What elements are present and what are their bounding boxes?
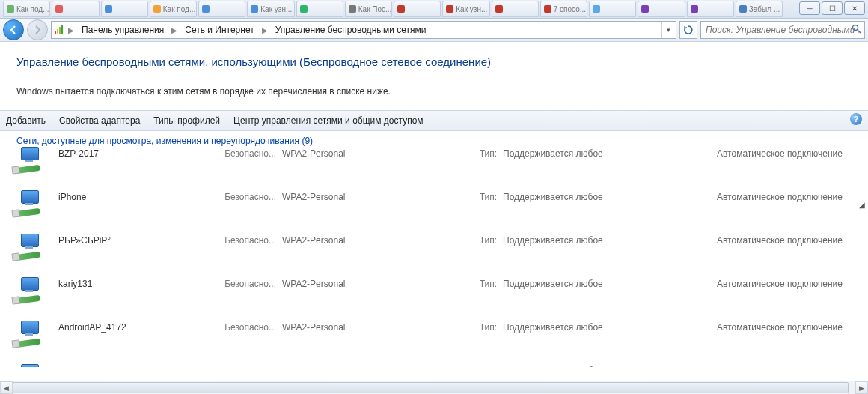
connection-mode: Автоматическое подключение — [702, 234, 864, 246]
security-value: WPA2-Personal — [279, 364, 474, 367]
security-label: Безопасно... — [219, 321, 279, 333]
adapter-properties-button[interactable]: Свойства адаптера — [59, 114, 140, 127]
browser-tab[interactable] — [638, 1, 685, 17]
svg-rect-0 — [55, 31, 56, 34]
page-description: Windows пытается подключаться к этим сет… — [16, 86, 852, 97]
browser-tab[interactable] — [296, 1, 343, 17]
browser-tab[interactable]: Как узн... — [442, 1, 489, 17]
network-icon — [13, 321, 42, 348]
type-label: Тип: — [474, 147, 500, 159]
refresh-button[interactable] — [679, 21, 697, 39]
tab-favicon — [397, 5, 405, 13]
tab-label: Забыл ... — [749, 5, 780, 13]
browser-tab[interactable] — [52, 1, 99, 17]
help-icon[interactable]: ? — [850, 113, 862, 125]
scroll-up-marker: ◢ — [859, 201, 865, 209]
browser-tab[interactable] — [101, 1, 148, 17]
network-center-button[interactable]: Центр управления сетями и общим доступом — [233, 114, 424, 127]
network-row[interactable]: AndroidAP_4172Безопасно...WPA2-PersonalТ… — [0, 316, 864, 360]
wifi-bars-icon — [53, 24, 65, 36]
tab-favicon — [641, 5, 649, 13]
scroll-thumb[interactable] — [13, 382, 849, 393]
back-button[interactable] — [3, 19, 24, 40]
tab-favicon — [691, 5, 698, 13]
scroll-right-arrow[interactable]: ▶ — [855, 381, 868, 394]
svg-rect-3 — [61, 25, 63, 34]
type-value: Поддерживается любое — [500, 190, 702, 202]
network-row[interactable]: WiFi-GuestБезопасно...WPA2-PersonalТип:П… — [0, 360, 864, 367]
add-button[interactable]: Добавить — [6, 114, 46, 127]
search-box[interactable] — [700, 21, 865, 39]
tab-label: Как Пос... — [358, 5, 392, 13]
svg-point-4 — [853, 25, 858, 31]
close-button[interactable]: ✕ — [844, 1, 865, 15]
security-value: WPA2-Personal — [279, 190, 474, 202]
browser-tab[interactable]: Как под... — [150, 1, 197, 17]
tab-favicon — [55, 5, 63, 13]
maximize-button[interactable]: ☐ — [822, 1, 843, 15]
security-label: Безопасно... — [219, 364, 279, 367]
tab-label: Как под... — [163, 5, 195, 13]
browser-tab[interactable]: Как Пос... — [345, 1, 392, 17]
tab-favicon — [593, 5, 600, 13]
browser-tab[interactable] — [394, 1, 441, 17]
forward-button[interactable] — [27, 19, 48, 40]
tab-favicon — [446, 5, 453, 13]
breadcrumb-item[interactable]: Панель управления — [77, 22, 168, 38]
breadcrumb-item[interactable]: Управление беспроводными сетями — [271, 22, 431, 38]
network-row[interactable]: РҺР»СҺРіР°Безопасно...WPA2-PersonalТип:П… — [0, 229, 864, 273]
search-icon — [852, 24, 861, 36]
connection-mode: Автоматическое подключение — [702, 190, 864, 202]
tab-favicon — [153, 5, 161, 13]
network-row[interactable]: kariy131Безопасно...WPA2-PersonalТип:Под… — [0, 273, 864, 316]
chevron-right-icon: ▶ — [67, 26, 76, 34]
connection-mode: Автоматическое подключение — [702, 147, 864, 159]
breadcrumb-item[interactable]: Сеть и Интернет — [180, 22, 258, 38]
type-label: Тип: — [474, 364, 500, 367]
network-name: WiFi-Guest — [58, 364, 219, 367]
address-breadcrumb[interactable]: ▶ Панель управления ▶ Сеть и Интернет ▶ … — [51, 21, 676, 39]
horizontal-scrollbar[interactable]: ◀ ▶ — [0, 381, 868, 394]
connection-mode: Автоматическое подключение — [702, 321, 864, 333]
main-content: Управление беспроводными сетями, использ… — [0, 42, 868, 383]
type-label: Тип: — [474, 190, 500, 202]
tab-label: Как под... — [16, 5, 49, 13]
network-icon — [13, 190, 42, 217]
svg-rect-2 — [59, 27, 61, 34]
network-icon — [13, 234, 42, 261]
type-value: Поддерживается любое — [500, 234, 702, 246]
svg-rect-1 — [57, 29, 58, 34]
tab-label: Как узн... — [260, 5, 292, 13]
tab-favicon — [495, 5, 503, 13]
browser-tab[interactable] — [687, 1, 734, 17]
scroll-left-arrow[interactable]: ◀ — [0, 381, 13, 394]
security-label: Безопасно... — [219, 277, 279, 289]
type-value: Поддерживается любое — [500, 364, 702, 367]
network-icon — [13, 364, 42, 367]
network-name: BZP-2017 — [58, 147, 219, 159]
browser-tab-strip: Как под...Как под...Как узн...Как Пос...… — [0, 0, 868, 19]
search-input[interactable] — [704, 24, 861, 36]
minimize-button[interactable]: ─ — [799, 1, 820, 15]
browser-tab[interactable]: Как узн... — [247, 1, 294, 17]
connection-mode: Автоматическое подключение — [702, 277, 864, 289]
address-dropdown[interactable]: ▾ — [661, 22, 674, 38]
browser-tab[interactable]: 7 спосо... — [540, 1, 587, 17]
browser-tab[interactable]: Забыл ... — [736, 1, 783, 17]
browser-tab[interactable] — [198, 1, 245, 17]
browser-tab[interactable]: Как под... — [3, 1, 50, 17]
connection-mode: Автоматическое подключение — [702, 364, 864, 367]
scroll-track[interactable] — [13, 381, 855, 394]
network-list[interactable]: BZP-2017Безопасно...WPA2-PersonalТип:Под… — [0, 142, 868, 367]
browser-tab[interactable] — [492, 1, 539, 17]
network-icon — [13, 277, 42, 304]
browser-tab[interactable] — [589, 1, 636, 17]
network-row[interactable]: iPhoneБезопасно...WPA2-PersonalТип:Подде… — [0, 186, 864, 229]
navigation-bar: ▶ Панель управления ▶ Сеть и Интернет ▶ … — [0, 19, 868, 42]
security-value: WPA2-Personal — [279, 277, 474, 289]
security-value: WPA2-Personal — [279, 234, 474, 246]
network-name: РҺР»СҺРіР° — [58, 234, 219, 246]
security-label: Безопасно... — [219, 190, 279, 202]
profile-types-button[interactable]: Типы профилей — [153, 114, 220, 127]
network-row[interactable]: BZP-2017Безопасно...WPA2-PersonalТип:Под… — [0, 142, 864, 186]
